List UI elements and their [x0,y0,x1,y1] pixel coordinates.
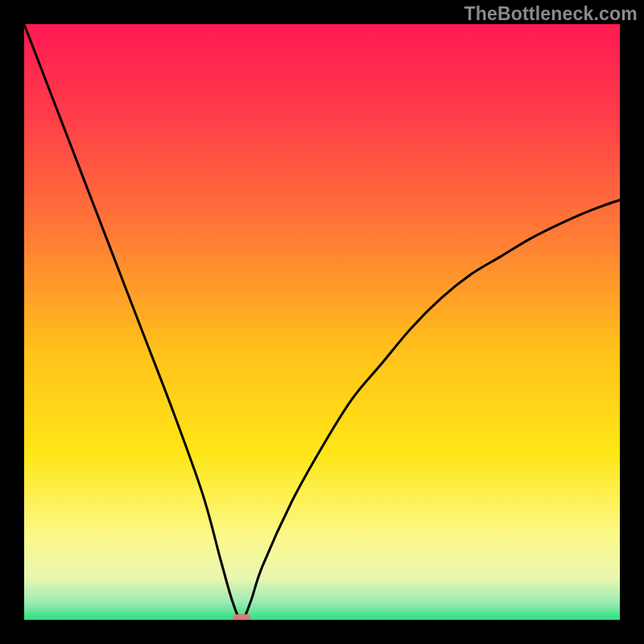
gradient-background [24,24,620,620]
watermark-text: TheBottleneck.com [464,3,638,25]
optimal-marker [233,614,250,620]
bottleneck-plot [24,24,620,620]
chart-frame [24,24,620,620]
